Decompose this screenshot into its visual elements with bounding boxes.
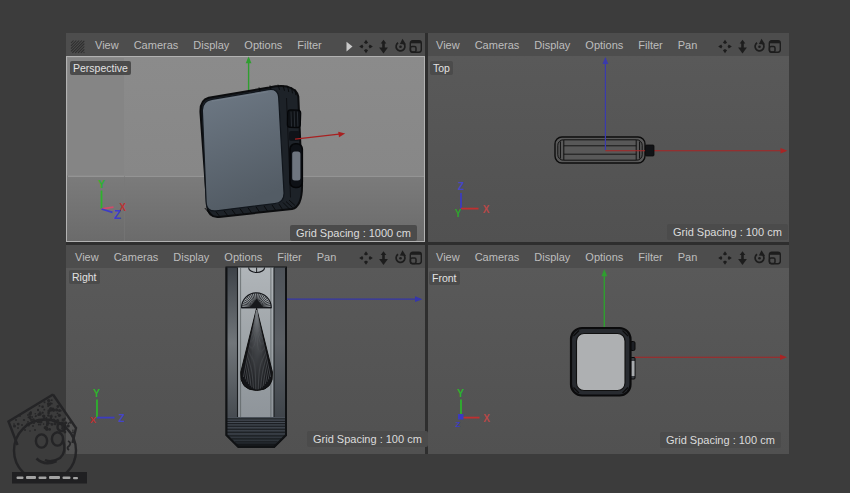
- svg-text:Y: Y: [457, 387, 464, 399]
- svg-text:Y: Y: [455, 208, 462, 219]
- svg-text:X: X: [483, 204, 490, 215]
- svg-text:Z: Z: [114, 208, 121, 222]
- svg-text:X: X: [90, 415, 96, 425]
- svg-text:X: X: [483, 413, 490, 424]
- svg-text:Y: Y: [98, 178, 105, 190]
- svg-text:Z: Z: [458, 181, 464, 192]
- svg-text:Y: Y: [93, 387, 100, 399]
- svg-text:Z: Z: [456, 420, 461, 429]
- svg-text:Z: Z: [118, 413, 124, 424]
